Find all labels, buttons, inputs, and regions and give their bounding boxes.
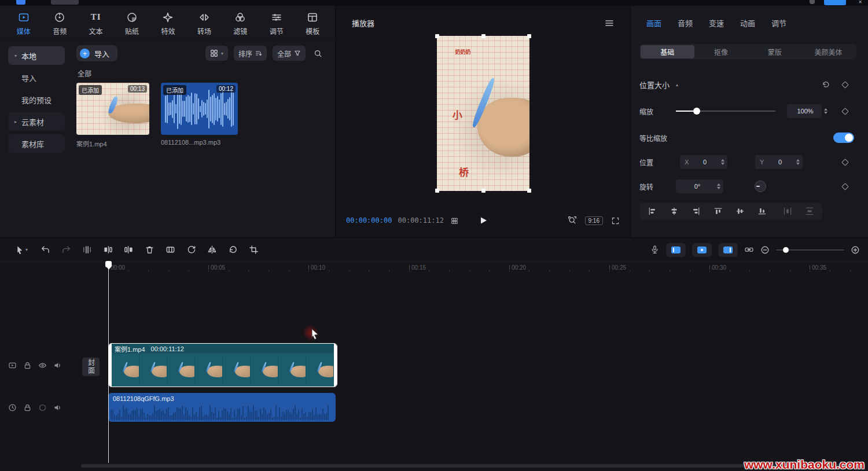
zoom-out-button[interactable] <box>760 245 770 255</box>
delete-right-button[interactable] <box>118 242 139 257</box>
align-right-button[interactable] <box>692 207 701 216</box>
sidebar-item-library[interactable]: 素材库 <box>8 134 65 153</box>
split-button[interactable] <box>76 242 97 257</box>
preview-quality-button[interactable] <box>568 216 577 225</box>
lock-icon[interactable] <box>23 361 32 370</box>
snap-toggle[interactable] <box>666 243 686 257</box>
y-stepper[interactable] <box>796 159 800 165</box>
redo-button[interactable] <box>56 242 76 257</box>
x-stepper[interactable] <box>721 159 724 165</box>
tab-effects[interactable]: 特效 <box>150 9 186 38</box>
rotation-knob[interactable] <box>755 181 766 192</box>
undo-button[interactable] <box>35 242 56 257</box>
align-bottom-button[interactable] <box>757 207 767 216</box>
main-track-icon[interactable] <box>8 361 17 370</box>
subtab-keying[interactable]: 抠像 <box>694 45 748 58</box>
track-link-button[interactable] <box>744 245 754 255</box>
audio-clip[interactable]: 08112108qGFfG.mp3 <box>108 393 336 422</box>
audio-thumbnail[interactable]: 已添加 00:12 <box>161 83 238 135</box>
sort-button[interactable]: 排序 <box>234 46 267 61</box>
search-button[interactable] <box>311 46 325 61</box>
import-button[interactable]: + 导入 <box>76 45 117 61</box>
zoom-in-button[interactable] <box>851 245 860 255</box>
keyframe-diamond-icon[interactable] <box>841 81 849 89</box>
crop-button[interactable] <box>243 242 264 257</box>
freeze-frame-button[interactable] <box>160 242 181 257</box>
tab-speed[interactable]: 变速 <box>709 17 724 28</box>
tab-audio[interactable]: 音频 <box>42 9 77 38</box>
clip-trim-handle-left[interactable] <box>109 344 112 387</box>
slider-handle[interactable] <box>693 108 700 115</box>
sidebar-item-presets[interactable]: 我的预设 <box>8 90 65 109</box>
player-menu-button[interactable] <box>605 19 614 27</box>
horizontal-scrollbar[interactable] <box>81 464 845 468</box>
align-center-h-button[interactable] <box>670 207 679 216</box>
play-button[interactable] <box>476 214 490 227</box>
sidebar-item-import[interactable]: 导入 <box>8 68 65 87</box>
video-clip[interactable]: 案例1.mp4 00:00:11:12 <box>108 343 337 387</box>
mirror-button[interactable] <box>201 242 222 257</box>
filter-all-button[interactable]: 全部 <box>273 46 306 61</box>
scale-stepper[interactable] <box>824 108 827 114</box>
keyframe-diamond-icon[interactable] <box>841 108 849 115</box>
subtab-mask[interactable]: 蒙版 <box>748 45 802 58</box>
position-x-input[interactable]: X 0 <box>680 155 727 169</box>
tab-adjust-props[interactable]: 调节 <box>771 17 786 28</box>
clock-icon[interactable] <box>8 403 17 412</box>
video-preview[interactable]: 奶奶奶 小 桥 <box>437 36 529 191</box>
resize-handle[interactable] <box>435 189 439 193</box>
align-left-button[interactable] <box>648 207 657 216</box>
avatar[interactable] <box>810 0 815 4</box>
titlebar-menu-chip[interactable] <box>51 0 79 5</box>
tab-adjust[interactable]: 调节 <box>259 9 294 38</box>
timeline-ruler[interactable]: 00:00 00:05 00:10 00:15 00:20 00:25 00:3… <box>81 262 868 275</box>
scale-slider[interactable] <box>676 111 775 112</box>
sidebar-item-local[interactable]: ▾ 本地 <box>8 46 65 65</box>
align-middle-v-button[interactable] <box>735 207 745 216</box>
cover-button[interactable]: 封面 <box>82 358 100 376</box>
tab-audio-props[interactable]: 音频 <box>678 17 693 28</box>
clip-trim-handle-right[interactable] <box>334 344 337 387</box>
align-top-button[interactable] <box>713 207 723 216</box>
lock-icon[interactable] <box>23 403 32 412</box>
aspect-ratio-button[interactable]: 9:16 <box>585 216 603 225</box>
close-icon[interactable]: ✕ <box>858 0 862 5</box>
preview-axis-toggle[interactable] <box>692 243 712 257</box>
resize-handle[interactable] <box>435 34 439 38</box>
distribute-v-button[interactable] <box>805 207 814 216</box>
export-button[interactable] <box>824 0 846 5</box>
rotate-button[interactable] <box>222 242 243 257</box>
tab-filter[interactable]: 滤镜 <box>223 9 258 38</box>
tab-animation[interactable]: 动画 <box>740 17 755 28</box>
reverse-button[interactable] <box>181 242 201 257</box>
subtab-basic[interactable]: 基础 <box>641 45 694 58</box>
slider-handle[interactable] <box>783 247 789 253</box>
resize-handle[interactable] <box>481 189 486 193</box>
reset-button[interactable] <box>822 80 830 89</box>
frame-preview-icon[interactable] <box>451 217 458 225</box>
view-mode-button[interactable]: ▾ <box>205 46 228 61</box>
tab-sticker[interactable]: 贴纸 <box>114 9 149 38</box>
resize-handle[interactable] <box>481 34 486 38</box>
tab-template[interactable]: 模板 <box>295 9 330 38</box>
uniform-scale-toggle[interactable] <box>833 133 854 143</box>
link-toggle[interactable] <box>718 243 738 257</box>
select-tool-button[interactable]: ▾ <box>8 242 35 257</box>
position-y-input[interactable]: Y 0 <box>755 155 803 169</box>
eye-icon[interactable] <box>38 403 47 412</box>
tab-picture[interactable]: 画面 <box>646 17 661 28</box>
tab-text[interactable]: TI 文本 <box>78 9 113 38</box>
scale-input[interactable]: 100% <box>787 104 822 118</box>
subtab-beauty[interactable]: 美颜美体 <box>801 45 855 58</box>
mute-icon[interactable] <box>53 361 62 370</box>
tab-media[interactable]: 媒体 <box>6 9 41 38</box>
video-thumbnail[interactable]: 已添加 00:13 <box>76 83 149 135</box>
tab-transition[interactable]: 转场 <box>186 9 222 38</box>
timeline-zoom-slider[interactable] <box>776 249 844 251</box>
eye-icon[interactable] <box>38 361 47 370</box>
media-item-video[interactable]: 已添加 00:13 案例1.mp4 <box>76 83 149 148</box>
mute-icon[interactable] <box>53 403 62 412</box>
rotation-input[interactable]: 0° <box>676 179 723 193</box>
keyframe-diamond-icon[interactable] <box>841 183 849 190</box>
collapse-caret-icon[interactable]: ▴ <box>676 82 678 87</box>
